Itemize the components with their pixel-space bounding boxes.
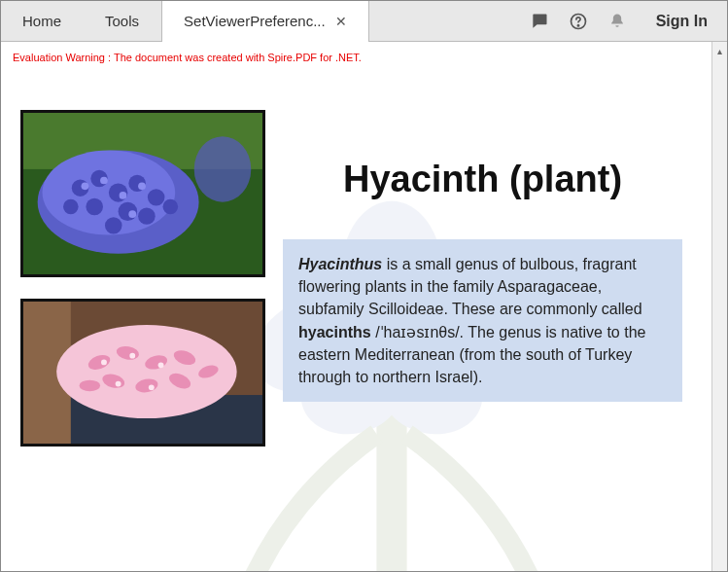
svg-point-43 [129,353,135,359]
svg-point-42 [101,360,107,366]
signin-button[interactable]: Sign In [637,1,727,41]
document-viewport: Evaluation Warning : The document was cr… [1,42,711,571]
bell-icon[interactable] [598,1,637,41]
svg-point-19 [138,207,156,224]
svg-point-23 [82,182,89,190]
svg-point-45 [116,381,121,387]
svg-point-20 [163,199,179,214]
svg-point-25 [120,192,127,199]
comment-icon[interactable] [520,1,559,41]
scroll-up-icon[interactable]: ▴ [717,42,722,59]
tab-document-label: SetViewerPreferenc... [184,13,326,29]
svg-point-22 [105,217,122,233]
svg-point-46 [149,384,155,390]
svg-point-1 [577,24,578,25]
page-title: Hyacinth (plant) [283,159,682,200]
image-purple-hyacinth [20,110,265,277]
app-toolbar: Home Tools SetViewerPreferenc... ✕ Sign … [1,1,727,42]
svg-point-21 [63,199,79,214]
description-box: Hyacinthus is a small genus of bulbous, … [283,239,682,402]
help-icon[interactable] [559,1,598,41]
svg-point-44 [158,362,164,368]
close-icon[interactable]: ✕ [335,14,347,29]
svg-point-24 [100,177,108,185]
image-pink-hyacinth [20,299,265,447]
svg-point-18 [86,198,103,215]
svg-point-16 [148,189,165,205]
term-hyacinths: hyacinths [298,324,371,340]
term-hyacinthus: Hyacinthus [298,256,382,272]
tab-home[interactable]: Home [1,1,84,41]
svg-point-28 [194,136,252,202]
tab-tools[interactable]: Tools [84,1,161,41]
tab-document[interactable]: SetViewerPreferenc... ✕ [161,1,369,41]
svg-point-41 [80,380,100,392]
svg-point-27 [128,210,136,218]
scrollbar[interactable]: ▴ [711,42,727,571]
svg-point-26 [138,182,146,190]
